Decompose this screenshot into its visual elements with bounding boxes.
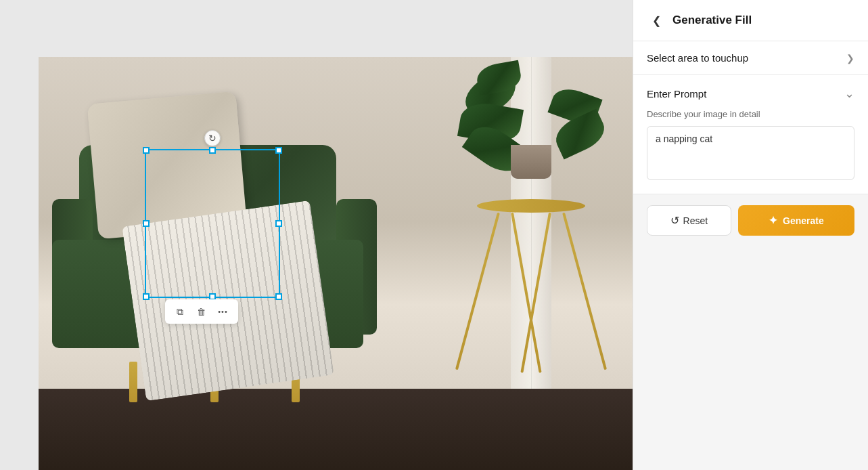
generate-label: Generate: [783, 215, 824, 226]
plant-pot: [511, 145, 551, 179]
delete-button[interactable]: 🗑: [192, 302, 211, 321]
generate-icon: ✦: [769, 214, 777, 227]
prompt-section-title: Enter Prompt: [647, 88, 706, 100]
table-legs: [484, 213, 578, 402]
copy-button[interactable]: ⧉: [170, 302, 189, 321]
reset-icon: ↺: [670, 214, 679, 227]
copy-icon: ⧉: [177, 306, 183, 318]
right-panel: ❮ Generative Fill Select area to touchup…: [633, 0, 868, 470]
prompt-header: Enter Prompt ⌄: [647, 86, 854, 101]
panel-header: ❮ Generative Fill: [633, 0, 868, 41]
select-area-label: Select area to touchup: [647, 52, 748, 64]
chevron-down-icon: ⌄: [844, 86, 854, 101]
reset-button[interactable]: ↺ Reset: [647, 205, 731, 236]
image-container: ↻ ⧉ 🗑 •••: [20, 28, 614, 442]
prompt-section: Enter Prompt ⌄ Describe your image in de…: [633, 75, 868, 194]
more-button[interactable]: •••: [214, 302, 233, 321]
canvas-area: ↻ ⧉ 🗑 •••: [0, 0, 633, 470]
action-buttons: ↺ Reset ✦ Generate: [633, 205, 868, 236]
back-icon: ❮: [652, 14, 661, 27]
more-icon: •••: [218, 307, 228, 316]
table-top: [477, 199, 585, 213]
panel-title: Generative Fill: [672, 14, 752, 27]
plant: [477, 145, 585, 179]
generate-button[interactable]: ✦ Generate: [738, 205, 854, 236]
selection-toolbar: ⧉ 🗑 •••: [165, 299, 238, 324]
select-area-section[interactable]: Select area to touchup ❯: [633, 41, 868, 75]
prompt-input[interactable]: [647, 126, 854, 180]
chevron-right-icon: ❯: [846, 53, 854, 64]
reset-label: Reset: [683, 215, 708, 226]
back-button[interactable]: ❮: [647, 11, 666, 30]
delete-icon: 🗑: [197, 307, 206, 317]
prompt-description: Describe your image in detail: [647, 109, 854, 119]
side-table: [470, 199, 592, 402]
room-image: [39, 57, 633, 470]
